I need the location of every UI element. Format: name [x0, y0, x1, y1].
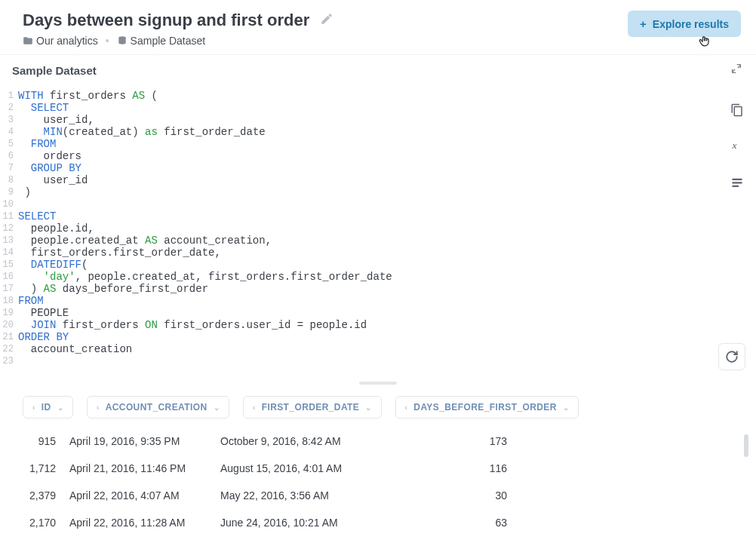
- table-row[interactable]: 915April 19, 2016, 9:35 PMOctober 9, 201…: [23, 428, 756, 455]
- cell-first-order-date: May 22, 2016, 3:56 AM: [220, 489, 386, 502]
- cell-first-order-date: October 9, 2016, 8:42 AM: [220, 435, 386, 447]
- cell-first-order-date: August 15, 2016, 4:01 AM: [220, 462, 386, 474]
- table-row[interactable]: 1,712April 21, 2016, 11:46 PMAugust 15, …: [23, 455, 756, 482]
- cell-days-before-first-order: 173: [386, 435, 507, 447]
- cell-days-before-first-order: 116: [386, 462, 507, 474]
- cell-account-creation: April 22, 2016, 4:07 AM: [69, 489, 220, 502]
- cell-id: 1,712: [23, 462, 69, 474]
- dataset-title: Sample Dataset: [12, 64, 97, 77]
- cell-account-creation: April 21, 2016, 11:46 PM: [69, 462, 220, 474]
- cell-first-order-date: June 24, 2016, 10:21 AM: [220, 517, 386, 529]
- chevron-left-icon: ‹: [32, 403, 35, 412]
- table-row[interactable]: 2,170April 22, 2016, 11:28 AMJune 24, 20…: [23, 509, 756, 536]
- variable-icon[interactable]: x: [730, 140, 745, 156]
- column-header[interactable]: ‹DAYS_BEFORE_FIRST_ORDER⌄: [395, 396, 579, 419]
- snippet-icon[interactable]: [730, 176, 745, 192]
- cell-days-before-first-order: 30: [386, 489, 507, 502]
- column-header[interactable]: ‹ACCOUNT_CREATION⌄: [87, 396, 229, 419]
- chevron-down-icon: ⌄: [57, 403, 63, 412]
- cell-id: 2,170: [23, 517, 69, 529]
- column-label: ACCOUNT_CREATION: [106, 402, 207, 413]
- copy-icon[interactable]: [730, 103, 745, 120]
- svg-rect-3: [732, 182, 742, 183]
- breadcrumb-dataset-label: Sample Dataset: [131, 35, 206, 47]
- drag-bar: [359, 382, 397, 385]
- column-label: FIRST_ORDER_DATE: [262, 402, 360, 413]
- chevron-down-icon: ⌄: [563, 403, 569, 412]
- column-header[interactable]: ‹FIRST_ORDER_DATE⌄: [243, 396, 382, 419]
- breadcrumb-separator: •: [106, 35, 109, 47]
- plus-icon: +: [640, 17, 647, 30]
- svg-rect-4: [732, 186, 739, 187]
- breadcrumb-collection-label: Our analytics: [36, 35, 98, 47]
- breadcrumb: Our analytics • Sample Dataset: [23, 35, 333, 47]
- contract-icon[interactable]: [730, 63, 742, 78]
- table-row[interactable]: 2,379April 22, 2016, 4:07 AMMay 22, 2016…: [23, 482, 756, 509]
- column-label: DAYS_BEFORE_FIRST_ORDER: [413, 402, 556, 413]
- refresh-button[interactable]: [718, 343, 745, 370]
- chevron-left-icon: ‹: [253, 403, 256, 412]
- breadcrumb-dataset[interactable]: Sample Dataset: [117, 35, 206, 47]
- page-title: Days between signup and first order: [23, 11, 309, 30]
- sql-code[interactable]: WITH first_orders AS ( SELECT user_id, M…: [18, 90, 756, 373]
- folder-icon: [23, 35, 33, 46]
- cell-id: 915: [23, 435, 69, 447]
- chevron-down-icon: ⌄: [365, 403, 371, 412]
- cell-account-creation: April 19, 2016, 9:35 PM: [69, 435, 220, 447]
- line-number-gutter: 1234567891011121314151617181920212223: [0, 90, 18, 373]
- database-icon: [117, 35, 128, 46]
- chevron-left-icon: ‹: [405, 403, 408, 412]
- cell-id: 2,379: [23, 489, 69, 502]
- column-header[interactable]: ‹ID⌄: [23, 396, 73, 419]
- cell-account-creation: April 22, 2016, 11:28 AM: [69, 517, 220, 529]
- svg-rect-2: [732, 179, 742, 180]
- explore-results-button[interactable]: + Explore results: [628, 11, 741, 37]
- breadcrumb-collection[interactable]: Our analytics: [23, 35, 98, 47]
- column-label: ID: [41, 402, 51, 413]
- svg-text:x: x: [732, 140, 737, 151]
- explore-results-label: Explore results: [653, 18, 729, 30]
- chevron-down-icon: ⌄: [214, 403, 220, 412]
- chevron-left-icon: ‹: [97, 403, 100, 412]
- pane-resize-handle[interactable]: [0, 378, 756, 388]
- pencil-icon[interactable]: [320, 12, 333, 29]
- cell-days-before-first-order: 63: [386, 517, 507, 529]
- scrollbar-thumb[interactable]: [744, 434, 748, 457]
- sql-editor[interactable]: 1234567891011121314151617181920212223 WI…: [0, 85, 756, 378]
